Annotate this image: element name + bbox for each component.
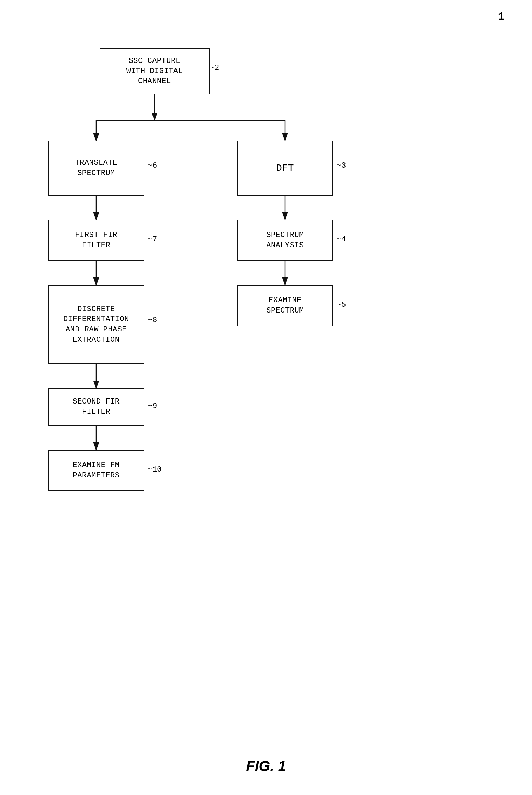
- dft-box: DFT: [237, 141, 333, 196]
- discrete-tilde: ~: [148, 316, 152, 325]
- examine-spectrum-tilde: ~: [337, 300, 341, 309]
- discrete-label: DISCRETE DIFFERENTATION AND RAW PHASE EX…: [63, 304, 129, 345]
- second-fir-ref: 9: [152, 402, 157, 410]
- ssc-capture-box: SSC CAPTURE WITH DIGITAL CHANNEL: [100, 48, 210, 94]
- figure-label: FIG. 1: [246, 758, 286, 774]
- spectrum-analysis-ref: 4: [341, 235, 346, 244]
- first-fir-box: FIRST FIR FILTER: [48, 220, 144, 261]
- discrete-ref: 8: [152, 316, 157, 325]
- first-fir-tilde: ~: [148, 235, 152, 244]
- examine-fm-ref: 10: [152, 465, 161, 474]
- ssc-ref: 2: [215, 64, 219, 72]
- translate-tilde: ~: [148, 161, 152, 170]
- arrows-svg: [27, 27, 505, 726]
- spectrum-analysis-label: SPECTRUM ANALYSIS: [266, 230, 304, 250]
- translate-ref: 6: [152, 161, 157, 170]
- discrete-diff-box: DISCRETE DIFFERENTATION AND RAW PHASE EX…: [48, 285, 144, 364]
- second-fir-box: SECOND FIR FILTER: [48, 388, 144, 426]
- first-fir-ref: 7: [152, 235, 157, 244]
- spectrum-analysis-tilde: ~: [337, 235, 341, 244]
- examine-fm-label: EXAMINE FM PARAMETERS: [72, 460, 120, 480]
- examine-fm-tilde: ~: [148, 465, 152, 474]
- translate-spectrum-box: TRANSLATE SPECTRUM: [48, 141, 144, 196]
- first-fir-label: FIRST FIR FILTER: [75, 230, 117, 250]
- page-number: 1: [498, 10, 505, 23]
- translate-label: TRANSLATE SPECTRUM: [75, 158, 117, 178]
- examine-spectrum-label: EXAMINE SPECTRUM: [266, 295, 304, 316]
- second-fir-label: SECOND FIR FILTER: [72, 397, 120, 417]
- dft-label: DFT: [276, 162, 294, 175]
- diagram: SSC CAPTURE WITH DIGITAL CHANNEL 2 ~ TRA…: [27, 27, 505, 726]
- spectrum-analysis-box: SPECTRUM ANALYSIS: [237, 220, 333, 261]
- dft-tilde: ~: [337, 161, 341, 170]
- ssc-tilde: ~: [210, 64, 214, 72]
- examine-spectrum-box: EXAMINE SPECTRUM: [237, 285, 333, 326]
- examine-fm-box: EXAMINE FM PARAMETERS: [48, 450, 144, 491]
- dft-ref: 3: [341, 161, 346, 170]
- second-fir-tilde: ~: [148, 402, 152, 410]
- examine-spectrum-ref: 5: [341, 300, 346, 309]
- ssc-label: SSC CAPTURE WITH DIGITAL CHANNEL: [126, 56, 183, 87]
